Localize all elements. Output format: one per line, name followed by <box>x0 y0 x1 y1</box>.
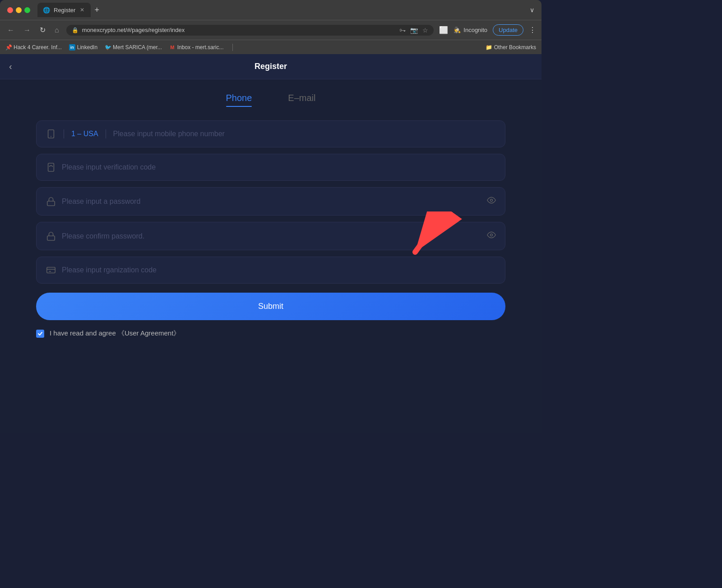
agreement-label: I have read and agree 《User Agreement》 <box>50 329 180 338</box>
tab-overflow-icon[interactable]: ∨ <box>530 6 534 14</box>
bookmark-label-twitter: Mert SARICA (mer... <box>113 44 162 51</box>
active-tab[interactable]: 🌐 Register ✕ <box>37 3 91 17</box>
browser-chrome: 🌐 Register ✕ + ∨ ← → ↻ ⌂ 🔒 monexcrypto.n… <box>0 0 542 54</box>
confirm-password-icon <box>46 231 56 241</box>
bookmark-label-gmail: Inbox - mert.saric... <box>177 44 224 51</box>
bookmark-hack4career[interactable]: 📌 Hack 4 Career. Inf... <box>5 44 62 51</box>
submit-button[interactable]: Submit <box>36 293 505 320</box>
tab-favicon: 🌐 <box>43 6 50 14</box>
camera-icon[interactable]: 📷 <box>410 27 418 34</box>
field-separator <box>64 129 64 138</box>
url-action-icons: 🗝 📷 ☆ <box>399 27 428 34</box>
incognito-icon: 🕵 <box>454 27 461 33</box>
phone-input-placeholder: Please input mobile phone number <box>113 130 496 138</box>
confirm-password-field[interactable]: Please confirm password. <box>36 222 505 250</box>
app-back-button[interactable]: ‹ <box>9 61 12 72</box>
bookmark-label-hack4career: Hack 4 Career. Inf... <box>14 44 62 51</box>
title-bar: 🌐 Register ✕ + ∨ <box>0 0 542 20</box>
agreement-checkbox[interactable] <box>36 330 44 338</box>
country-code: 1 – USA <box>71 130 98 138</box>
tab-phone[interactable]: Phone <box>226 93 252 107</box>
lock-icon: 🔒 <box>72 27 79 33</box>
browser-actions: ⬜ 🕵 Incognito Update ⋮ <box>439 24 536 36</box>
minimize-button[interactable] <box>16 7 22 13</box>
page-title: Register <box>255 62 287 71</box>
new-tab-button[interactable]: + <box>94 5 99 15</box>
organization-field-container: Please input rganization code <box>36 257 505 284</box>
bookmark-icon-gmail: M <box>169 44 176 51</box>
password-input-placeholder: Please input a password <box>62 198 481 206</box>
sidebar-toggle-icon[interactable]: ⬜ <box>439 26 448 34</box>
svg-rect-5 <box>47 236 55 240</box>
bookmark-icon-hack4career: 📌 <box>5 44 12 51</box>
bookmark-gmail[interactable]: M Inbox - mert.saric... <box>169 44 224 51</box>
app-header: ‹ Register <box>0 54 542 79</box>
bookmark-linkedin[interactable]: in LinkedIn <box>69 44 97 51</box>
incognito-label: Incognito <box>463 27 487 33</box>
update-button[interactable]: Update <box>493 24 523 36</box>
other-bookmarks-label: Other Bookmarks <box>494 44 536 51</box>
form-container: Phone E–mail 1 – USA Please input mobile… <box>23 79 519 351</box>
traffic-lights <box>7 7 30 13</box>
phone-icon <box>46 129 56 139</box>
bookmark-label-linkedin: LinkedIn <box>77 44 97 51</box>
other-bookmarks[interactable]: 📁 Other Bookmarks <box>486 44 536 51</box>
bookmarks-bar: 📌 Hack 4 Career. Inf... in LinkedIn 🐦 Me… <box>0 40 542 54</box>
password-icon <box>46 197 56 207</box>
url-bar[interactable]: 🔒 monexcrypto.net/#/pages/register/index… <box>66 25 434 36</box>
refresh-button[interactable]: ↻ <box>38 24 47 36</box>
agreement-container: I have read and agree 《User Agreement》 <box>36 329 505 338</box>
password-eye-icon[interactable] <box>487 196 496 207</box>
password-field[interactable]: Please input a password <box>36 187 505 216</box>
back-nav-button[interactable]: ← <box>5 24 16 36</box>
tab-bar: 🌐 Register ✕ + ∨ <box>37 3 534 17</box>
incognito-badge: 🕵 Incognito <box>454 27 487 33</box>
page-content: ‹ Register Phone E–mail 1 – USA Please i… <box>0 54 542 433</box>
bookmark-icon-linkedin: in <box>69 44 75 51</box>
address-bar: ← → ↻ ⌂ 🔒 monexcrypto.net/#/pages/regist… <box>0 20 542 40</box>
close-button[interactable] <box>7 7 13 13</box>
forward-nav-button[interactable]: → <box>22 24 32 36</box>
registration-tabs: Phone E–mail <box>36 93 505 107</box>
phone-field[interactable]: 1 – USA Please input mobile phone number <box>36 120 505 147</box>
verification-input-placeholder: Please input verification code <box>62 163 496 171</box>
svg-point-4 <box>491 199 493 202</box>
star-icon[interactable]: ☆ <box>422 27 428 34</box>
bookmark-icon-twitter: 🐦 <box>105 44 111 51</box>
key-icon[interactable]: 🗝 <box>399 27 406 34</box>
browser-menu-button[interactable]: ⋮ <box>529 26 536 34</box>
confirm-password-placeholder: Please confirm password. <box>62 232 481 240</box>
organization-icon <box>46 265 56 275</box>
organization-field[interactable]: Please input rganization code <box>36 257 505 284</box>
url-text: monexcrypto.net/#/pages/register/index <box>82 27 396 33</box>
tab-email[interactable]: E–mail <box>288 93 315 107</box>
svg-rect-3 <box>47 201 55 206</box>
verification-icon <box>46 162 56 172</box>
bookmark-twitter[interactable]: 🐦 Mert SARICA (mer... <box>105 44 162 51</box>
organization-input-placeholder: Please input rganization code <box>62 266 496 274</box>
tab-title: Register <box>54 7 75 14</box>
confirm-password-eye-icon[interactable] <box>487 230 496 242</box>
tab-close-icon[interactable]: ✕ <box>79 7 85 13</box>
verification-field[interactable]: Please input verification code <box>36 154 505 181</box>
svg-rect-7 <box>47 267 55 273</box>
bookmarks-divider <box>232 44 233 51</box>
svg-point-6 <box>491 234 493 236</box>
home-button[interactable]: ⌂ <box>53 24 61 36</box>
maximize-button[interactable] <box>24 7 30 13</box>
svg-rect-2 <box>48 163 54 171</box>
folder-icon: 📁 <box>486 44 492 51</box>
field-separator-2 <box>106 129 106 138</box>
